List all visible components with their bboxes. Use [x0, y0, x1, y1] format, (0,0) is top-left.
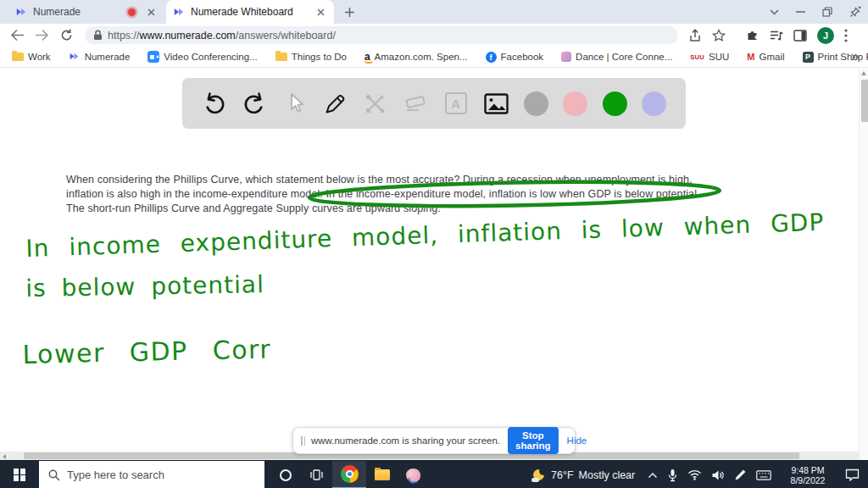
- bookmark-star-icon[interactable]: [712, 29, 726, 42]
- profile-avatar[interactable]: J: [817, 27, 834, 44]
- color-swatch-pink[interactable]: [563, 92, 587, 116]
- file-explorer-button[interactable]: [366, 461, 398, 488]
- lock-icon[interactable]: [93, 30, 103, 41]
- scroll-up-arrow-icon[interactable]: [861, 71, 866, 75]
- pen-tool-button[interactable]: [322, 91, 348, 116]
- tray-expand-chevron-icon[interactable]: [648, 472, 658, 479]
- question-line: inflation is also high in the income-exp…: [66, 187, 700, 202]
- hide-link[interactable]: Hide: [567, 435, 587, 446]
- reload-icon[interactable]: [60, 29, 73, 42]
- image-tool-button[interactable]: [483, 91, 509, 116]
- bookmark-gmail[interactable]: MGmail: [747, 52, 784, 62]
- share-message: www.numerade.com is sharing your screen.: [311, 435, 500, 446]
- weather-condition: Mostly clear: [579, 469, 636, 481]
- share-icon[interactable]: [688, 29, 702, 42]
- handwriting-line-2: is below potential: [25, 270, 264, 302]
- handwriting-line-3: Lower GDP Corr: [22, 334, 272, 369]
- browser-tab-strip: Numerade Numerade Whiteboard: [0, 0, 868, 24]
- print-shop-icon: P: [803, 52, 814, 63]
- action-center-icon: [845, 469, 860, 481]
- new-tab-button[interactable]: [342, 5, 356, 19]
- file-explorer-icon: [375, 469, 390, 480]
- forward-icon[interactable]: [35, 29, 49, 42]
- weather-temp: 76°F: [551, 469, 574, 481]
- bookmark-work[interactable]: Work: [12, 52, 51, 62]
- bookmark-dance[interactable]: Dance | Core Conne...: [561, 52, 672, 62]
- task-view-button[interactable]: [301, 461, 332, 488]
- back-icon[interactable]: [10, 29, 25, 42]
- microphone-icon[interactable]: [667, 469, 678, 482]
- tab-search-chevron-icon[interactable]: [770, 9, 779, 15]
- action-center-button[interactable]: [839, 461, 865, 488]
- cortana-button[interactable]: [270, 461, 301, 488]
- search-icon: [48, 469, 60, 481]
- color-swatch-gray[interactable]: [524, 92, 548, 116]
- screen-share-toast: www.numerade.com is sharing your screen.…: [292, 427, 576, 454]
- zoom-icon: [147, 51, 159, 63]
- bookmark-suu[interactable]: SUUSUU: [690, 52, 729, 62]
- cortana-icon: [280, 469, 292, 481]
- whiteboard-canvas[interactable]: A When considering the Phillips Curve, w…: [0, 69, 868, 460]
- pinned-app-button[interactable]: [398, 461, 429, 488]
- bookmark-facebook[interactable]: fFacebook: [486, 52, 544, 63]
- ink-workspace-icon[interactable]: [734, 469, 747, 481]
- bookmark-things-to-do[interactable]: Things to Do: [275, 52, 347, 62]
- bookmarks-overflow-icon[interactable]: [851, 53, 860, 61]
- eraser-tool-button[interactable]: [403, 91, 428, 116]
- bookmark-video-conferencing[interactable]: Video Conferencing...: [147, 51, 257, 63]
- tab-numerade[interactable]: Numerade: [8, 0, 164, 24]
- address-bar[interactable]: https://www.numerade.com/answers/whitebo…: [85, 26, 678, 44]
- pinned-app-icon: [406, 469, 420, 482]
- vertical-scrollbar-thumb[interactable]: [861, 80, 868, 122]
- undo-button[interactable]: [202, 91, 227, 116]
- extensions-puzzle-icon[interactable]: [746, 29, 760, 42]
- color-swatch-green[interactable]: [603, 92, 627, 116]
- vertical-scrollbar[interactable]: [859, 69, 868, 460]
- folder-icon: [275, 53, 287, 61]
- taskbar-clock[interactable]: 9:48 PM 8/9/2022: [780, 461, 836, 488]
- minimize-window-icon[interactable]: [796, 11, 805, 13]
- start-button[interactable]: [0, 461, 39, 488]
- chrome-taskbar-button[interactable]: [332, 461, 366, 488]
- redo-button[interactable]: [242, 91, 267, 116]
- url-text: https://www.numerade.com/answers/whitebo…: [108, 30, 336, 42]
- close-tab-icon[interactable]: [144, 5, 158, 19]
- bookmark-numerade[interactable]: Numerade: [69, 51, 131, 63]
- whiteboard-toolbar: A: [182, 78, 686, 129]
- chrome-menu-icon[interactable]: [844, 29, 848, 42]
- facebook-icon: f: [486, 52, 497, 63]
- bookmark-amazon[interactable]: aAmazon.com. Spen...: [364, 52, 468, 62]
- cursor-tool-button[interactable]: [282, 91, 308, 116]
- reading-list-icon[interactable]: [770, 30, 783, 42]
- weather-widget[interactable]: 76°F Mostly clear: [532, 461, 635, 488]
- wifi-icon[interactable]: [687, 469, 702, 480]
- pin-window-icon[interactable]: [849, 6, 861, 18]
- tab-numerade-whiteboard[interactable]: Numerade Whiteboard: [166, 0, 334, 24]
- side-panel-icon[interactable]: [793, 30, 807, 42]
- chrome-icon: [341, 465, 359, 483]
- windows-logo-icon: [14, 469, 26, 481]
- tab-title: Numerade Whiteboard: [191, 6, 314, 18]
- restore-window-icon[interactable]: [822, 7, 832, 17]
- amazon-icon: a: [364, 53, 370, 61]
- taskbar-search[interactable]: [39, 461, 264, 488]
- search-input[interactable]: [67, 469, 245, 481]
- shapes-tools-button[interactable]: [363, 91, 388, 116]
- windows-taskbar: 76°F Mostly clear 9:48 PM: [0, 460, 868, 488]
- touch-keyboard-icon[interactable]: [756, 470, 771, 480]
- stop-sharing-button[interactable]: Stop sharing: [508, 427, 559, 454]
- moon-weather-icon: [532, 469, 546, 482]
- bookmarks-bar: Work Numerade Video Conferencing... Thin…: [0, 47, 868, 68]
- question-line: The short-run Phillips Curve and Aggrega…: [66, 202, 700, 216]
- scroll-left-arrow-icon[interactable]: [3, 454, 6, 459]
- suu-icon: SUU: [690, 53, 704, 61]
- close-tab-icon[interactable]: [314, 5, 327, 19]
- question-line: When considering the Phillips Curve, whi…: [66, 173, 700, 187]
- color-swatch-purple[interactable]: [642, 92, 666, 116]
- question-text: When considering the Phillips Curve, whi…: [66, 173, 700, 217]
- volume-icon[interactable]: [711, 469, 725, 481]
- drag-handle-icon[interactable]: [301, 436, 305, 446]
- gmail-icon: M: [747, 53, 754, 62]
- text-tool-button[interactable]: A: [443, 91, 469, 116]
- folder-icon: [12, 53, 24, 61]
